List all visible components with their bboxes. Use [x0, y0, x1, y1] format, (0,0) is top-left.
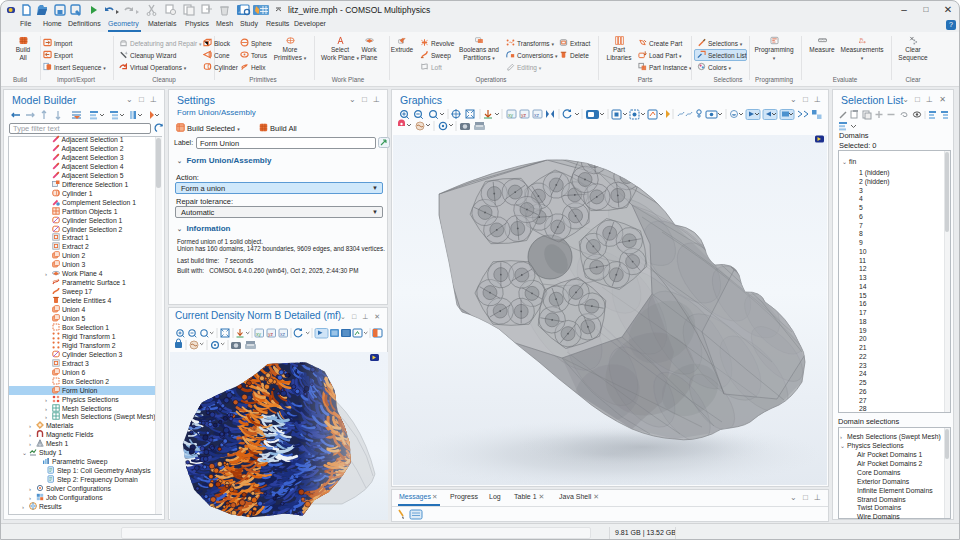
- svg-text:xy: xy: [256, 331, 262, 337]
- svg-text:Pi: Pi: [859, 37, 863, 42]
- svg-text:xz: xz: [534, 112, 540, 118]
- svg-text:xy: xy: [508, 112, 514, 118]
- svg-text:yz: yz: [521, 112, 527, 118]
- svg-text:xz: xz: [280, 331, 286, 337]
- svg-text:yz: yz: [268, 331, 274, 337]
